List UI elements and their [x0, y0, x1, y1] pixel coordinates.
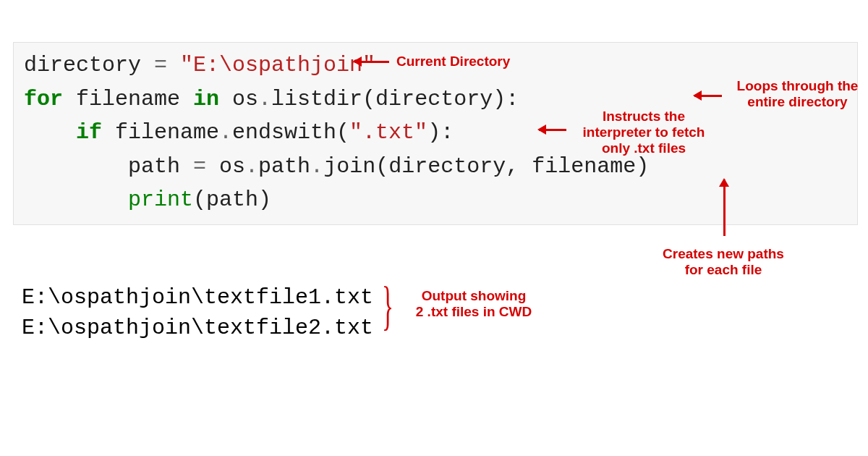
annotation-current-directory: Current Directory: [396, 54, 510, 69]
annotation-output: Output showing2 .txt files in CWD: [405, 288, 542, 320]
token-txt: ):: [427, 120, 454, 145]
output-block: E:\ospathjoin\textfile1.txt E:\ospathjoi…: [22, 282, 373, 343]
token-op: =: [154, 53, 167, 77]
token-txt: os: [206, 154, 245, 179]
token-txt: endswith(: [232, 120, 349, 145]
token-txt: path: [258, 154, 310, 179]
arrow-icon: [539, 129, 566, 131]
token-indent: [24, 187, 128, 212]
token-var: directory: [24, 53, 154, 77]
output-line-1: E:\ospathjoin\textfile1.txt: [22, 285, 373, 310]
token-txt: path: [128, 154, 193, 179]
token-txt: filename: [63, 87, 193, 111]
arrow-icon: [723, 180, 726, 236]
token-txt: join(directory, filename): [323, 154, 649, 179]
token-op: .: [310, 154, 323, 179]
token-builtin: print: [128, 187, 193, 212]
arrow-icon: [694, 95, 722, 97]
brace-icon: }: [382, 279, 393, 332]
token-op: .: [245, 154, 258, 179]
token-indent: [24, 120, 76, 145]
output-line-2: E:\ospathjoin\textfile2.txt: [22, 316, 373, 340]
token-txt: listdir(directory):: [271, 87, 519, 111]
token-kw: for: [24, 87, 63, 111]
token-kw: if: [76, 120, 102, 145]
annotation-loops: Loops through theentire directory: [727, 78, 868, 110]
token-op: =: [193, 154, 206, 179]
annotation-creates-paths: Creates new pathsfor each file: [647, 246, 799, 278]
token-txt: (path): [193, 187, 271, 212]
token-string: "E:\ospathjoin": [167, 53, 375, 77]
token-op: .: [258, 87, 271, 111]
token-indent: [24, 154, 128, 179]
annotation-instructs: Instructs theinterpreter to fetchonly .t…: [571, 109, 716, 156]
code-line-3: if filename.endswith(".txt"):: [24, 120, 454, 145]
arrow-icon: [354, 61, 389, 63]
token-kw: in: [193, 87, 219, 111]
code-block: directory = "E:\ospathjoin" for filename…: [13, 42, 858, 225]
token-string: ".txt": [349, 120, 427, 145]
code-line-5: print(path): [24, 187, 271, 212]
code-line-4: path = os.path.join(directory, filename): [24, 154, 649, 179]
token-txt: os: [219, 87, 258, 111]
code-line-2: for filename in os.listdir(directory):: [24, 87, 519, 111]
token-txt: filename: [102, 120, 219, 145]
code-line-1: directory = "E:\ospathjoin": [24, 53, 375, 77]
token-op: .: [219, 120, 232, 145]
